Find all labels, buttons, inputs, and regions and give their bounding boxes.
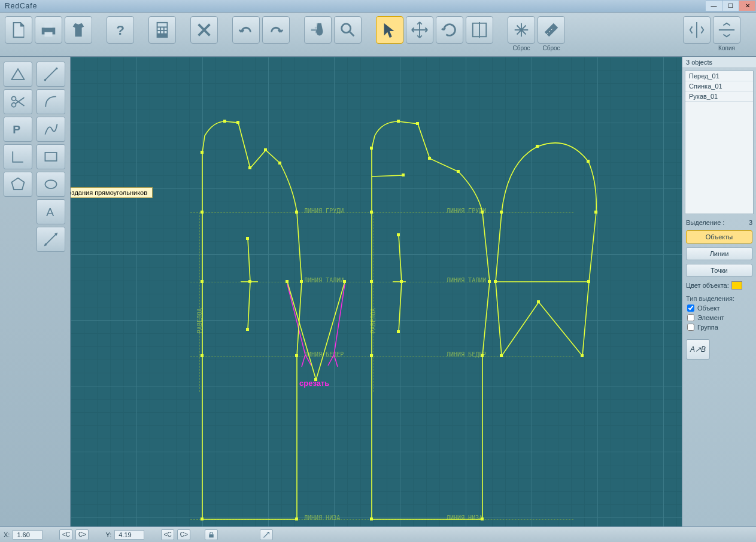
objects-button[interactable]: Объекты [686,230,752,243]
text-tool-button[interactable]: A [37,199,65,224]
svg-point-22 [45,180,56,188]
mirror-button[interactable] [466,16,493,44]
svg-rect-7 [161,28,163,30]
redo-button[interactable] [262,16,290,44]
svg-rect-29 [201,517,204,520]
x-inc-button[interactable]: C> [75,529,89,540]
canvas[interactable]: ЛИНИЯ ГРУДИ ЛИНИЯ ГРУДИ ЛИНИЯ ТАЛИИ ЛИНИ… [71,57,682,526]
svg-rect-68 [581,354,584,357]
corner-tool-button[interactable] [4,144,32,169]
spline-tool-button[interactable] [37,117,65,142]
y-value: 4.19 [114,530,144,540]
checkbox-group[interactable]: Группа [682,322,756,332]
list-item[interactable]: Перед_01 [685,71,753,81]
svg-rect-28 [201,354,204,357]
scissors-tool-button[interactable] [4,89,32,114]
rename-button[interactable]: A↗B [686,339,710,360]
lines-button[interactable]: Линии [686,247,752,260]
select-arrow-button[interactable] [376,16,403,44]
list-item[interactable]: Рукав_01 [685,92,753,102]
mirror-copy-h-button[interactable] [713,16,740,44]
points-button[interactable]: Точки [686,264,752,277]
color-swatch[interactable] [731,281,742,290]
svg-rect-51 [481,354,484,357]
point-tool-button[interactable]: P [4,117,32,142]
pan-button[interactable] [304,16,332,44]
line-tool-button[interactable] [37,62,65,87]
circle-tool-button[interactable] [37,172,65,197]
svg-rect-39 [246,237,249,240]
color-label: Цвет объекта: [686,282,729,289]
svg-text:?: ? [116,23,125,38]
lock-button[interactable] [205,529,218,540]
svg-rect-27 [201,280,204,283]
selection-label: Выделение : [686,219,724,226]
svg-text:P: P [13,123,20,136]
svg-rect-8 [165,28,167,30]
reset-axes-button[interactable] [508,16,535,44]
svg-rect-9 [158,31,160,34]
arc-tool-button[interactable] [37,89,65,114]
triangle-tool-button[interactable] [4,62,32,87]
svg-rect-35 [264,148,267,151]
reset-ruler-button[interactable] [538,16,565,44]
delete-button[interactable] [190,16,218,44]
move-button[interactable] [406,16,433,44]
x-dec-button[interactable]: <C [59,529,72,540]
svg-rect-5 [158,23,167,27]
svg-rect-31 [295,354,298,357]
list-item[interactable]: Спинка_01 [685,81,753,92]
svg-rect-45 [370,147,373,150]
new-file-button[interactable] [5,16,32,44]
svg-rect-61 [402,173,405,176]
svg-rect-42 [286,280,289,283]
svg-rect-52 [488,280,491,283]
copy-label: Копия [718,45,735,51]
undo-button[interactable] [232,16,260,44]
svg-rect-54 [457,170,460,173]
polygon-tool-button[interactable] [4,172,32,197]
svg-rect-65 [594,211,597,214]
tooltip: Режим создания прямоугольников [71,187,153,198]
svg-rect-50 [481,517,484,520]
garment-button[interactable] [65,16,92,44]
reset-label-2: Сброс [542,45,560,51]
y-dec-button[interactable]: <C [161,529,174,540]
window-controls: — ☐ ✕ [706,0,756,11]
svg-rect-2 [44,32,52,37]
svg-point-17 [55,68,57,70]
svg-rect-71 [209,534,214,537]
snap-button[interactable] [260,529,273,540]
y-label: Y: [105,531,111,538]
reset-label-1: Сброс [512,45,530,51]
dimension-tool-button[interactable] [37,227,65,252]
svg-rect-34 [278,162,281,165]
svg-rect-26 [201,211,204,214]
rectangle-tool-button[interactable] [37,144,65,169]
objects-count: 3 objects [682,57,756,68]
left-toolbox: P A [0,57,71,526]
x-label: X: [4,531,10,538]
checkbox-object[interactable]: Объект [682,303,756,313]
print-button[interactable] [35,16,62,44]
calculator-button[interactable] [148,16,176,44]
svg-rect-46 [370,211,373,214]
selection-count: 3 [749,219,752,226]
app-title: RedCafe [5,2,37,10]
svg-rect-59 [400,280,403,283]
close-button[interactable]: ✕ [739,0,756,11]
svg-rect-60 [397,330,400,333]
checkbox-element[interactable]: Элемент [682,313,756,322]
minimize-button[interactable]: — [706,0,722,11]
y-inc-button[interactable]: C> [177,529,190,540]
maximize-button[interactable]: ☐ [722,0,739,11]
rotate-button[interactable] [436,16,463,44]
svg-line-24 [45,233,56,245]
help-button[interactable]: ? [107,16,134,44]
svg-rect-55 [428,157,431,160]
zoom-button[interactable] [334,16,362,44]
svg-rect-30 [295,517,298,520]
mirror-copy-v-button[interactable] [683,16,711,44]
right-panel: 3 objects Перед_01 Спинка_01 Рукав_01 Вы… [682,57,756,526]
title-bar: RedCafe [0,0,756,13]
